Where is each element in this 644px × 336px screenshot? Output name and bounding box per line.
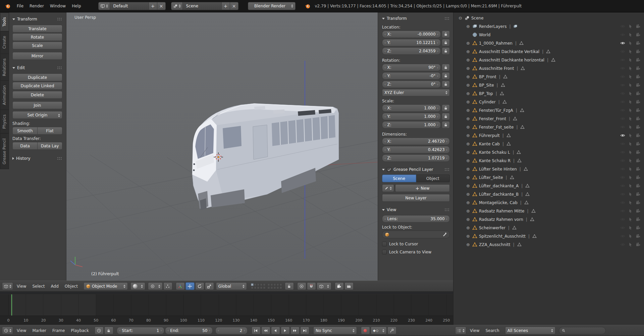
- snap-element-dropdown[interactable]: [317, 282, 331, 290]
- collapse-icon[interactable]: ⊖: [458, 16, 463, 20]
- menu[interactable]: Select: [29, 281, 48, 291]
- scale-manipulator-button[interactable]: [205, 282, 214, 290]
- renderability-toggle-icon[interactable]: [636, 225, 641, 230]
- selectability-toggle-icon[interactable]: [628, 99, 633, 104]
- checkbox[interactable]: [382, 242, 387, 246]
- visibility-toggle-icon[interactable]: [620, 24, 625, 29]
- outliner-item[interactable]: ⊕ BP_Site |: [453, 81, 644, 89]
- selectability-toggle-icon[interactable]: [628, 24, 633, 29]
- lock-toggle[interactable]: [442, 81, 450, 88]
- scale-field[interactable]: ‹Y:1.000›: [382, 113, 441, 120]
- record-button[interactable]: [361, 327, 370, 334]
- visibility-toggle-icon[interactable]: [620, 200, 625, 205]
- autokey-mode-dropdown[interactable]: ◆◇: [371, 327, 387, 334]
- menu[interactable]: Marker: [29, 325, 49, 336]
- rotation-field[interactable]: ‹Z:0°›: [382, 81, 441, 88]
- outliner-item[interactable]: ⊕ Lüfter_dachkante_B |: [453, 190, 644, 198]
- panel-grip-icon[interactable]: [57, 157, 62, 160]
- shading-button[interactable]: Smooth: [12, 127, 38, 135]
- expand-icon[interactable]: ⊕: [466, 142, 471, 146]
- visibility-toggle-icon[interactable]: [620, 192, 625, 197]
- renderability-toggle-icon[interactable]: [636, 242, 641, 247]
- selectability-toggle-icon[interactable]: [628, 225, 633, 230]
- shading-button[interactable]: Flat: [38, 127, 62, 135]
- toolshelf-tab[interactable]: Physics: [0, 110, 9, 134]
- selectability-toggle-icon[interactable]: [628, 242, 633, 247]
- expand-icon[interactable]: ⊕: [466, 75, 471, 79]
- menu[interactable]: Frame: [49, 325, 68, 336]
- visibility-toggle-icon[interactable]: [620, 32, 625, 37]
- visibility-toggle-icon[interactable]: [620, 108, 625, 113]
- expand-icon[interactable]: ⊕: [466, 125, 471, 129]
- outliner-item[interactable]: ⊕ Fenster_Fst_seite |: [453, 123, 644, 131]
- viewport-shading-dropdown[interactable]: [130, 282, 145, 290]
- data-transfer-button[interactable]: Data Lay: [38, 142, 62, 150]
- selectability-toggle-icon[interactable]: [628, 208, 633, 213]
- expand-icon[interactable]: ⊕: [466, 83, 471, 87]
- timeline-editor[interactable]: 0102030405060708090100110120130140150160…: [0, 292, 453, 325]
- expand-icon[interactable]: ⊕: [466, 192, 471, 196]
- rotation-field[interactable]: ‹Y:-0°›: [382, 72, 441, 80]
- renderability-toggle-icon[interactable]: [636, 208, 641, 213]
- renderability-toggle-icon[interactable]: [636, 49, 641, 54]
- visibility-toggle-icon[interactable]: [620, 175, 625, 180]
- selectability-toggle-icon[interactable]: [628, 49, 633, 54]
- renderability-toggle-icon[interactable]: [636, 234, 641, 239]
- panel-grip-icon[interactable]: [57, 17, 62, 21]
- outliner-item[interactable]: ⊕ Ausschnitt Dachkante Vertikal |: [453, 47, 644, 56]
- selectability-toggle-icon[interactable]: [628, 200, 633, 205]
- gp-enable-checkbox[interactable]: [387, 167, 391, 172]
- visibility-toggle-icon[interactable]: [620, 158, 625, 163]
- outliner-item[interactable]: ⊕ BP_Front |: [453, 73, 644, 81]
- layer-toggle[interactable]: [251, 283, 254, 286]
- snap-toggle[interactable]: [307, 282, 316, 290]
- selectability-toggle-icon[interactable]: [628, 217, 633, 222]
- renderability-toggle-icon[interactable]: [636, 166, 641, 172]
- outliner-item[interactable]: ⊕ RenderLayers |: [453, 22, 644, 31]
- renderability-toggle-icon[interactable]: [636, 133, 641, 138]
- dimension-field[interactable]: ‹Y:0.42623›: [382, 146, 450, 153]
- outliner-item[interactable]: ⊕ Ausschnitt Dachkante horizontal |: [453, 56, 644, 64]
- selectability-toggle-icon[interactable]: [628, 175, 633, 180]
- selectability-toggle-icon[interactable]: [628, 141, 633, 146]
- outliner-item[interactable]: ⊕ Fenster_Front |: [453, 114, 644, 123]
- selectability-toggle-icon[interactable]: [628, 57, 633, 62]
- layers-lock-toggle[interactable]: [285, 282, 294, 290]
- expand-icon[interactable]: ⊕: [466, 133, 471, 138]
- outliner-item[interactable]: ⊕ Führerpult |: [453, 131, 644, 140]
- eyedropper-icon[interactable]: [442, 232, 447, 237]
- delete-scene-button[interactable]: ×: [230, 2, 238, 10]
- renderability-toggle-icon[interactable]: [636, 41, 641, 46]
- visibility-toggle-icon[interactable]: [620, 116, 625, 121]
- outliner-item[interactable]: ⊕ BP_Top |: [453, 89, 644, 98]
- scene-name-field[interactable]: Scene: [183, 2, 222, 10]
- outliner-item[interactable]: ⊕ Radsatz Rahmen Mitte |: [453, 207, 644, 215]
- expand-icon[interactable]: ⊕: [466, 184, 471, 188]
- mirror-button[interactable]: Mirror: [12, 52, 62, 60]
- renderability-toggle-icon[interactable]: [636, 158, 641, 163]
- selectability-toggle-icon[interactable]: [628, 133, 633, 138]
- expand-icon[interactable]: ⊕: [466, 175, 471, 180]
- location-field[interactable]: ‹X:-0.00000›: [382, 31, 441, 38]
- viewport[interactable]: User Persp (2) Führerpult: [66, 12, 378, 281]
- outliner-item[interactable]: ⊕ Montagelücke, Cab |: [453, 198, 644, 207]
- scale-field[interactable]: ‹X:1.000›: [382, 104, 441, 112]
- outliner-scene-row[interactable]: ⊖ Scene: [453, 14, 644, 22]
- location-field[interactable]: ‹Y:10.12211›: [382, 39, 441, 46]
- expand-icon[interactable]: ⊕: [466, 49, 471, 54]
- keying-set-button[interactable]: [387, 327, 396, 334]
- renderability-toggle-icon[interactable]: [636, 99, 641, 104]
- rotation-field[interactable]: ‹X:90°›: [382, 64, 441, 71]
- expand-icon[interactable]: ⊕: [466, 66, 471, 70]
- add-scene-button[interactable]: +: [222, 2, 230, 10]
- rotate-manipulator-button[interactable]: [195, 282, 204, 290]
- join-button[interactable]: Join: [12, 101, 62, 109]
- visibility-toggle-icon[interactable]: [620, 225, 625, 230]
- panel-header-view[interactable]: View: [382, 206, 450, 214]
- expand-icon[interactable]: ⊕: [466, 58, 471, 62]
- visibility-toggle-icon[interactable]: [620, 133, 625, 138]
- outliner-item[interactable]: ⊕ Kante Schaku R |: [453, 156, 644, 165]
- menu[interactable]: Object: [62, 281, 81, 291]
- expand-icon[interactable]: ⊕: [466, 41, 471, 45]
- dimension-field[interactable]: ‹X:2.46720›: [382, 138, 450, 145]
